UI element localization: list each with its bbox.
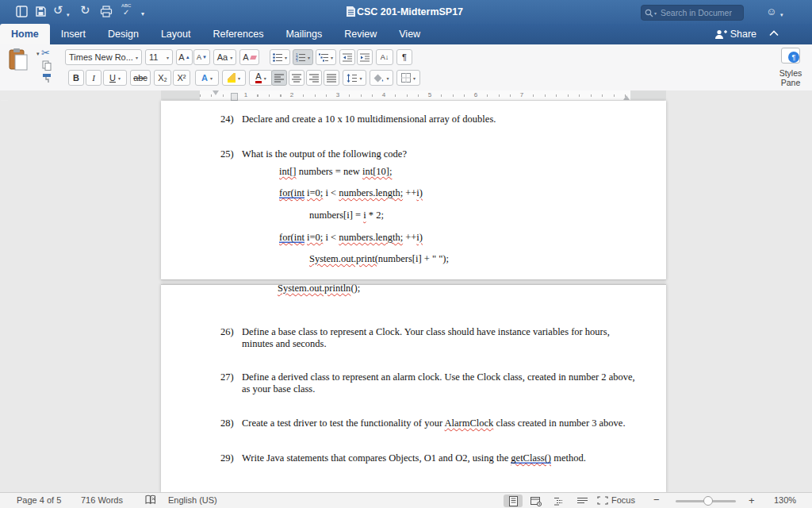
web-layout-view-button[interactable] <box>527 495 546 507</box>
share-label: Share <box>730 29 756 40</box>
shrink-font-button[interactable]: A▼ <box>193 49 210 65</box>
tab-references[interactable]: References <box>201 24 274 44</box>
clipboard-icon <box>8 48 29 71</box>
zoom-out-button[interactable]: − <box>653 494 660 506</box>
tab-insert[interactable]: Insert <box>50 24 97 44</box>
outdent-icon <box>343 53 352 62</box>
search-box[interactable]: ▾ <box>641 5 744 21</box>
word-count[interactable]: 716 Words <box>81 495 123 505</box>
zoom-in-button[interactable]: + <box>749 495 755 506</box>
question-25[interactable]: 25)What is the output of the following c… <box>220 148 407 160</box>
language-indicator[interactable]: English (US) <box>168 495 217 505</box>
code-line-1[interactable]: int[] numbers = new int[10]; <box>279 166 392 178</box>
paste-button[interactable] <box>8 48 35 75</box>
line-spacing-button[interactable]: ▾ <box>343 70 366 86</box>
font-name-select[interactable]: Times New Ro...▾ <box>65 49 142 65</box>
styles-pane-button[interactable]: ¶ StylesPane <box>773 48 808 87</box>
copy-icon[interactable] <box>42 60 52 71</box>
font-color-button[interactable]: A▾ <box>249 70 273 86</box>
format-painter-icon[interactable] <box>42 73 52 83</box>
code-line-5[interactable]: System.out.print(numbers[i] + " "); <box>309 253 449 265</box>
proofing-status-icon[interactable] <box>145 495 157 506</box>
justify-button[interactable] <box>324 70 339 86</box>
borders-button[interactable]: ▾ <box>396 70 420 86</box>
sidebar-panel-icon[interactable] <box>16 6 28 17</box>
spellcheck-icon[interactable]: ABC ✓ <box>121 3 131 17</box>
align-left-button[interactable] <box>271 70 287 86</box>
undo-menu-chevron-icon[interactable]: ▾ <box>67 9 70 21</box>
status-bar: Page 4 of 5 716 Words English (US) Focus… <box>0 492 812 508</box>
multilevel-list-button[interactable]: ▾ <box>316 49 336 65</box>
first-line-indent-marker[interactable] <box>213 90 219 95</box>
code-line-3[interactable]: numbers[i] = i * 2; <box>309 210 384 221</box>
code-line-4[interactable]: for(int i=0; i < numbers.length; ++i) <box>279 232 423 244</box>
right-indent-marker[interactable] <box>623 95 630 100</box>
page-indicator[interactable]: Page 4 of 5 <box>17 495 61 505</box>
search-input[interactable] <box>659 7 733 18</box>
code-line-2[interactable]: for(int i=0; i < numbers.length; ++i) <box>279 187 423 199</box>
code-line-6[interactable]: System.out.println(); <box>278 283 360 294</box>
paste-menu-chevron-icon[interactable]: ▾ <box>36 51 40 57</box>
zoom-slider-thumb[interactable] <box>703 496 713 506</box>
share-person-icon <box>714 29 727 39</box>
tab-home[interactable]: Home <box>0 24 50 44</box>
justify-icon <box>327 74 336 83</box>
underline-button[interactable]: U▾ <box>103 70 127 86</box>
italic-button[interactable]: I <box>86 70 102 86</box>
question-29[interactable]: 29)Write Java statements that compares O… <box>220 452 586 464</box>
tab-review[interactable]: Review <box>333 24 388 44</box>
zoom-slider[interactable] <box>676 500 736 502</box>
sort-button[interactable]: A↓ <box>376 49 393 65</box>
grow-font-button[interactable]: A▲ <box>176 49 193 65</box>
ruler-number: 2 <box>289 91 295 98</box>
font-size-value: 11 <box>149 52 158 62</box>
numbering-button[interactable]: 123▾ <box>293 49 313 65</box>
ruler-number: 5 <box>427 91 433 98</box>
highlight-color-button[interactable]: ▾ <box>222 70 246 86</box>
decrease-indent-button[interactable] <box>339 49 355 65</box>
tab-view[interactable]: View <box>388 24 431 44</box>
horizontal-ruler[interactable]: 1 2 3 4 5 6 7 <box>0 90 812 102</box>
print-layout-view-button[interactable] <box>504 495 523 507</box>
font-size-select[interactable]: 11▾ <box>145 49 173 65</box>
draft-view-button[interactable] <box>573 495 592 507</box>
question-26[interactable]: 26) Define a base class to represent a C… <box>220 326 649 350</box>
redo-icon[interactable]: ↻ <box>80 4 90 17</box>
bold-button[interactable]: B <box>68 70 84 86</box>
change-case-button[interactable]: Aa▾ <box>213 49 236 65</box>
outline-view-button[interactable] <box>550 495 569 507</box>
shading-button[interactable]: ▾ <box>370 70 393 86</box>
text-effects-button[interactable]: A▾ <box>195 70 219 86</box>
tab-design[interactable]: Design <box>97 24 150 44</box>
superscript-button[interactable]: X² <box>173 70 190 86</box>
hanging-indent-marker[interactable] <box>231 93 238 101</box>
line-spacing-icon <box>347 74 357 83</box>
search-scope-chevron-icon[interactable]: ▾ <box>654 10 657 16</box>
print-icon[interactable] <box>100 6 113 17</box>
tab-mailings[interactable]: Mailings <box>274 24 333 44</box>
align-center-button[interactable] <box>289 70 304 86</box>
zoom-level[interactable]: 130% <box>774 495 796 505</box>
clear-formatting-button[interactable]: A <box>239 49 259 65</box>
increase-indent-button[interactable] <box>357 49 373 65</box>
focus-mode-icon[interactable] <box>597 496 608 505</box>
save-icon[interactable] <box>35 6 47 17</box>
multilevel-list-icon <box>319 53 328 62</box>
toolbar-options-chevron-icon[interactable]: ▾ <box>141 8 144 21</box>
subscript-button[interactable]: X₂ <box>154 70 171 86</box>
collapse-ribbon-chevron-icon[interactable] <box>769 30 779 37</box>
bullets-button[interactable]: ▾ <box>270 49 290 65</box>
question-27[interactable]: 27) Define a derived class to represent … <box>220 371 649 395</box>
show-paragraph-marks-button[interactable]: ¶ <box>396 49 412 65</box>
cut-icon[interactable]: ✂ <box>41 47 50 59</box>
focus-mode-label[interactable]: Focus <box>611 495 635 505</box>
question-28[interactable]: 28)Create a test driver to test the func… <box>220 418 626 429</box>
question-24[interactable]: 24)Declare and create a 10 x 10 multidim… <box>220 114 496 125</box>
feedback-chevron-icon[interactable]: ▾ <box>780 9 783 21</box>
strikethrough-button[interactable]: abc <box>130 70 151 86</box>
feedback-smiley-icon[interactable]: ☺ <box>766 6 776 18</box>
tab-layout[interactable]: Layout <box>150 24 202 44</box>
align-right-button[interactable] <box>306 70 322 86</box>
undo-icon[interactable]: ↺ <box>53 4 63 17</box>
share-button[interactable]: Share <box>714 24 756 44</box>
